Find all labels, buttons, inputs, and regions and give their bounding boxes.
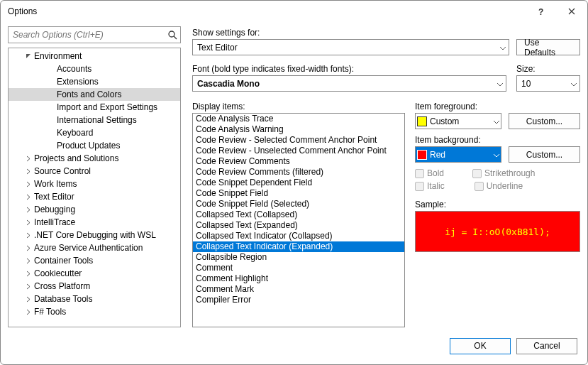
tree-arrow-icon xyxy=(23,207,34,213)
tree-item-label: Cookiecutter xyxy=(34,268,82,278)
fg-swatch xyxy=(417,116,427,126)
tree-item[interactable]: Cookiecutter xyxy=(9,267,180,280)
tree-item[interactable]: Database Tools xyxy=(9,293,180,305)
font-label: Font (bold type indicates fixed-width fo… xyxy=(192,62,506,74)
tree-item-label: Debugging xyxy=(34,205,75,214)
tree-item[interactable]: Text Editor xyxy=(9,190,180,203)
svg-text:?: ? xyxy=(538,7,543,16)
tree-item-label: Database Tools xyxy=(34,294,93,304)
fg-custom-button[interactable]: Custom... xyxy=(509,113,580,129)
tree-item[interactable]: F# Tools xyxy=(9,305,180,318)
font-select[interactable]: Cascadia Mono xyxy=(192,75,506,92)
tree-item[interactable]: .NET Core Debugging with WSL xyxy=(9,229,180,241)
tree-item[interactable]: Product Updates xyxy=(9,139,180,152)
search-box[interactable] xyxy=(8,26,181,43)
tree-item[interactable]: Keyboard xyxy=(9,126,180,139)
help-button[interactable]: ? xyxy=(525,1,556,22)
tree-item[interactable]: Source Control xyxy=(9,165,180,178)
bg-swatch xyxy=(417,150,427,160)
tree-item-label: International Settings xyxy=(57,115,137,125)
display-items-label: Display items: xyxy=(192,100,405,111)
tree-item-label: Container Tools xyxy=(34,256,93,266)
fg-color-select[interactable]: Custom xyxy=(415,113,501,129)
underline-checkbox: Underline xyxy=(475,181,523,191)
size-select[interactable]: 10 xyxy=(516,75,580,92)
options-tree[interactable]: EnvironmentAccountsExtensionsFonts and C… xyxy=(8,48,181,327)
bold-checkbox: Bold xyxy=(415,168,444,178)
tree-item[interactable]: Work Items xyxy=(9,178,180,190)
display-item[interactable]: Code Review Comments xyxy=(193,156,404,167)
tree-arrow-icon xyxy=(23,271,34,277)
display-item[interactable]: Collapsed Text Indicator (Collapsed) xyxy=(193,231,404,241)
cancel-button[interactable]: Cancel xyxy=(516,338,577,354)
tree-item-label: F# Tools xyxy=(34,307,66,317)
display-item[interactable]: Code Analysis Trace xyxy=(193,114,404,124)
tree-item[interactable]: Accounts xyxy=(9,62,180,75)
display-item[interactable]: Code Snippet Dependent Field xyxy=(193,178,404,188)
display-item[interactable]: Comment Mark xyxy=(193,284,404,295)
sample-text: ij = I::oO(0xB81l); xyxy=(445,227,550,237)
tree-item-label: Product Updates xyxy=(57,141,120,151)
chevron-down-icon xyxy=(497,79,503,89)
show-settings-label: Show settings for: xyxy=(192,26,580,38)
display-item[interactable]: Comment Highlight xyxy=(193,273,404,284)
display-item[interactable]: Code Review - Unselected Comment Anchor … xyxy=(193,146,404,156)
tree-item[interactable]: Debugging xyxy=(9,203,180,216)
display-item[interactable]: Code Snippet Field (Selected) xyxy=(193,199,404,209)
tree-item[interactable]: IntelliTrace xyxy=(9,216,180,229)
display-item[interactable]: Collapsed Text (Collapsed) xyxy=(193,209,404,220)
tree-item-label: Text Editor xyxy=(34,192,74,202)
display-item[interactable]: Compiler Error xyxy=(193,295,404,305)
tree-item[interactable]: Projects and Solutions xyxy=(9,152,180,165)
display-item[interactable]: Code Analysis Warning xyxy=(193,124,404,135)
ok-button[interactable]: OK xyxy=(450,338,511,354)
search-icon xyxy=(167,30,177,40)
tree-item[interactable]: Environment xyxy=(9,50,180,62)
bg-custom-button[interactable]: Custom... xyxy=(509,146,580,163)
display-items-list[interactable]: Code Analysis TraceCode Analysis Warning… xyxy=(192,113,405,327)
tree-arrow-icon xyxy=(23,53,34,59)
display-item[interactable]: Comment xyxy=(193,263,404,273)
tree-item[interactable]: Container Tools xyxy=(9,254,180,267)
tree-arrow-icon xyxy=(23,232,34,239)
chevron-down-icon xyxy=(500,43,506,53)
close-icon xyxy=(568,8,575,15)
close-button[interactable] xyxy=(556,1,587,22)
chevron-down-icon xyxy=(571,79,577,89)
show-settings-select[interactable]: Text Editor xyxy=(192,39,509,55)
display-item[interactable]: Code Review - Selected Comment Anchor Po… xyxy=(193,135,404,146)
item-bg-label: Item background: xyxy=(415,134,580,145)
tree-arrow-icon xyxy=(23,194,34,200)
tree-item-label: Fonts and Colors xyxy=(57,89,121,99)
display-item[interactable]: Code Snippet Field xyxy=(193,188,404,199)
use-defaults-button[interactable]: Use Defaults xyxy=(516,39,580,55)
tree-item-label: Projects and Solutions xyxy=(34,153,118,163)
display-item[interactable]: Collapsed Text (Expanded) xyxy=(193,220,404,231)
sample-box: ij = I::oO(0xB81l); xyxy=(415,211,580,252)
display-item[interactable]: Collapsed Text Indicator (Expanded) xyxy=(193,241,404,252)
tree-item[interactable]: Cross Platform xyxy=(9,280,180,293)
sample-label: Sample: xyxy=(415,198,580,209)
display-item[interactable]: Collapsible Region xyxy=(193,252,404,263)
tree-item-label: Extensions xyxy=(57,77,99,87)
strike-checkbox: Strikethrough xyxy=(472,168,535,178)
bg-color-select[interactable]: Red xyxy=(415,146,501,163)
tree-arrow-icon xyxy=(23,181,34,187)
tree-arrow-icon xyxy=(23,309,34,315)
display-item[interactable]: Code Review Comments (filtered) xyxy=(193,167,404,178)
tree-item-label: Keyboard xyxy=(57,128,93,138)
tree-item[interactable]: Fonts and Colors xyxy=(9,88,180,101)
tree-arrow-icon xyxy=(23,296,34,303)
svg-point-1 xyxy=(169,31,174,37)
italic-checkbox: Italic xyxy=(415,181,445,191)
tree-item[interactable]: Import and Export Settings xyxy=(9,101,180,114)
tree-item-label: Import and Export Settings xyxy=(57,102,157,112)
help-icon: ? xyxy=(536,7,545,16)
tree-item[interactable]: International Settings xyxy=(9,114,180,126)
chevron-down-icon xyxy=(494,150,499,160)
search-input[interactable] xyxy=(11,29,167,40)
tree-item[interactable]: Extensions xyxy=(9,75,180,88)
tree-item-label: Azure Service Authentication xyxy=(34,243,143,253)
tree-item[interactable]: Azure Service Authentication xyxy=(9,241,180,254)
tree-item-label: IntelliTrace xyxy=(34,217,75,227)
